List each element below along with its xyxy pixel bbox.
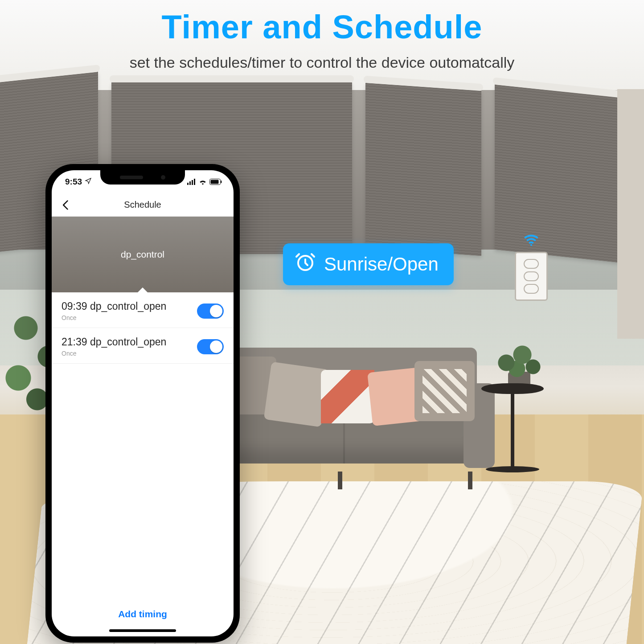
sunrise-callout: Sunrise/Open (283, 243, 454, 285)
alarm-clock-icon (295, 251, 316, 277)
roller-blind (365, 83, 481, 256)
svg-rect-8 (221, 180, 222, 183)
schedule-list: 09:39 dp_control_open Once 21:39 dp_cont… (52, 292, 234, 595)
svg-rect-2 (187, 183, 189, 185)
switch-button-stop[interactable] (524, 271, 539, 281)
pillow (321, 370, 374, 423)
switch-button-up[interactable] (524, 259, 539, 269)
wifi-icon (199, 179, 207, 185)
hero: Timer and Schedule set the schedules/tim… (0, 8, 644, 71)
side-table (481, 383, 544, 472)
nav-bar: Schedule (52, 193, 234, 217)
pillow (414, 361, 475, 421)
svg-rect-4 (192, 180, 193, 185)
callout-label: Sunrise/Open (324, 254, 439, 275)
battery-icon (209, 179, 222, 185)
schedule-title: 21:39 dp_control_open (62, 336, 166, 348)
phone-screen: 9:53 Schedule (52, 170, 234, 636)
device-banner: dp_control (52, 217, 234, 292)
wall (617, 89, 644, 339)
schedule-repeat: Once (62, 314, 166, 321)
hero-title: Timer and Schedule (0, 8, 644, 46)
svg-rect-3 (189, 181, 191, 185)
back-button[interactable] (60, 199, 72, 211)
schedule-toggle[interactable] (197, 304, 224, 319)
schedule-toggle[interactable] (197, 339, 224, 354)
nav-title: Schedule (124, 200, 161, 210)
hero-subtitle: set the schedules/timer to control the d… (0, 54, 644, 71)
phone-notch (100, 170, 185, 185)
svg-point-0 (530, 244, 532, 246)
schedule-row[interactable]: 09:39 dp_control_open Once (52, 292, 234, 328)
svg-rect-5 (194, 179, 195, 185)
wall-switch[interactable] (515, 252, 548, 301)
status-time: 9:53 (65, 177, 82, 187)
roller-blind (495, 85, 624, 263)
svg-rect-7 (211, 180, 219, 184)
schedule-title: 09:39 dp_control_open (62, 300, 166, 312)
switch-button-down[interactable] (524, 284, 539, 294)
phone-mockup: 9:53 Schedule (45, 164, 240, 643)
pillow (264, 362, 329, 427)
cellular-signal-icon (187, 179, 196, 185)
banner-label: dp_control (121, 249, 164, 260)
location-arrow-icon (85, 177, 92, 187)
wifi-icon (522, 231, 540, 250)
chevron-left-icon (60, 199, 72, 211)
add-timing-button[interactable]: Add timing (52, 595, 234, 629)
home-indicator[interactable] (109, 629, 176, 632)
schedule-repeat: Once (62, 350, 166, 357)
schedule-row[interactable]: 21:39 dp_control_open Once (52, 328, 234, 364)
